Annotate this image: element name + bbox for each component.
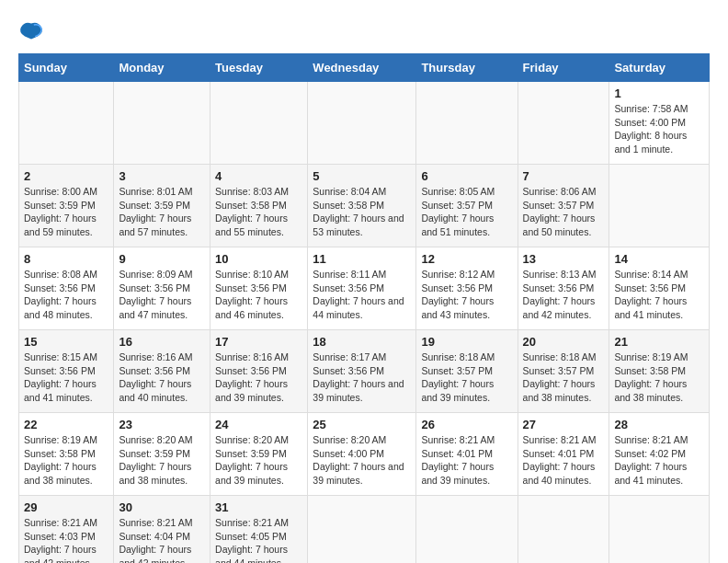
day-info: Sunrise: 8:10 AMSunset: 3:56 PMDaylight:…: [215, 268, 302, 322]
weekday-header-wednesday: Wednesday: [308, 54, 416, 82]
day-number: 9: [119, 252, 205, 266]
weekday-header-sunday: Sunday: [19, 54, 114, 82]
day-number: 2: [24, 169, 108, 183]
day-number: 31: [215, 500, 302, 514]
calendar-cell: 8Sunrise: 8:08 AMSunset: 3:56 PMDaylight…: [19, 247, 114, 330]
calendar-cell: [114, 82, 210, 165]
calendar-cell: 25Sunrise: 8:20 AMSunset: 4:00 PMDayligh…: [308, 413, 416, 496]
calendar-cell: [518, 82, 609, 165]
day-info: Sunrise: 8:21 AMSunset: 4:01 PMDaylight:…: [421, 433, 512, 488]
day-number: 22: [24, 418, 108, 431]
calendar-cell: [19, 82, 114, 165]
day-number: 5: [313, 169, 411, 183]
day-number: 25: [313, 418, 411, 431]
day-info: Sunrise: 8:15 AMSunset: 3:56 PMDaylight:…: [24, 350, 108, 405]
calendar-cell: [518, 496, 609, 564]
calendar-cell: [416, 496, 518, 564]
calendar-table: SundayMondayTuesdayWednesdayThursdayFrid…: [18, 53, 710, 563]
day-info: Sunrise: 8:21 AMSunset: 4:01 PMDaylight:…: [523, 433, 605, 488]
day-number: 4: [215, 169, 302, 183]
weekday-header-saturday: Saturday: [609, 54, 710, 82]
calendar-cell: 1Sunrise: 7:58 AMSunset: 4:00 PMDaylight…: [609, 82, 710, 165]
calendar-cell: 26Sunrise: 8:21 AMSunset: 4:01 PMDayligh…: [416, 413, 518, 496]
day-info: Sunrise: 8:20 AMSunset: 3:59 PMDaylight:…: [119, 433, 205, 488]
calendar-cell: 23Sunrise: 8:20 AMSunset: 3:59 PMDayligh…: [114, 413, 210, 496]
day-info: Sunrise: 7:58 AMSunset: 4:00 PMDaylight:…: [614, 102, 704, 156]
calendar-cell: 12Sunrise: 8:12 AMSunset: 3:56 PMDayligh…: [416, 247, 518, 330]
day-number: 8: [24, 252, 108, 266]
calendar-cell: 21Sunrise: 8:19 AMSunset: 3:58 PMDayligh…: [609, 330, 710, 413]
day-number: 11: [313, 252, 411, 266]
calendar-body: 1Sunrise: 7:58 AMSunset: 4:00 PMDaylight…: [19, 82, 710, 564]
day-number: 17: [215, 335, 302, 349]
day-info: Sunrise: 8:08 AMSunset: 3:56 PMDaylight:…: [24, 268, 108, 322]
calendar-cell: 16Sunrise: 8:16 AMSunset: 3:56 PMDayligh…: [114, 330, 210, 413]
calendar-week-1: 1Sunrise: 7:58 AMSunset: 4:00 PMDaylight…: [19, 82, 710, 165]
calendar-cell: 5Sunrise: 8:04 AMSunset: 3:58 PMDaylight…: [308, 165, 416, 247]
day-number: 6: [421, 169, 512, 183]
calendar-cell: 18Sunrise: 8:17 AMSunset: 3:56 PMDayligh…: [308, 330, 416, 413]
day-info: Sunrise: 8:05 AMSunset: 3:57 PMDaylight:…: [421, 185, 512, 239]
page-header: [18, 18, 710, 44]
day-info: Sunrise: 8:03 AMSunset: 3:58 PMDaylight:…: [215, 185, 302, 239]
day-info: Sunrise: 8:21 AMSunset: 4:02 PMDaylight:…: [614, 433, 704, 488]
calendar-week-2: 2Sunrise: 8:00 AMSunset: 3:59 PMDaylight…: [19, 165, 710, 247]
day-info: Sunrise: 8:12 AMSunset: 3:56 PMDaylight:…: [421, 268, 512, 322]
calendar-cell: 11Sunrise: 8:11 AMSunset: 3:56 PMDayligh…: [308, 247, 416, 330]
day-info: Sunrise: 8:18 AMSunset: 3:57 PMDaylight:…: [421, 350, 512, 405]
day-info: Sunrise: 8:00 AMSunset: 3:59 PMDaylight:…: [24, 185, 108, 239]
day-info: Sunrise: 8:11 AMSunset: 3:56 PMDaylight:…: [313, 268, 411, 322]
calendar-cell: [609, 496, 710, 564]
day-info: Sunrise: 8:20 AMSunset: 3:59 PMDaylight:…: [215, 433, 302, 488]
day-number: 16: [119, 335, 205, 349]
day-info: Sunrise: 8:16 AMSunset: 3:56 PMDaylight:…: [215, 350, 302, 405]
day-info: Sunrise: 8:19 AMSunset: 3:58 PMDaylight:…: [24, 433, 108, 488]
calendar-cell: 20Sunrise: 8:18 AMSunset: 3:57 PMDayligh…: [518, 330, 609, 413]
day-number: 15: [24, 335, 108, 349]
calendar-cell: 19Sunrise: 8:18 AMSunset: 3:57 PMDayligh…: [416, 330, 518, 413]
day-number: 23: [119, 418, 205, 431]
day-number: 18: [313, 335, 411, 349]
calendar-week-5: 22Sunrise: 8:19 AMSunset: 3:58 PMDayligh…: [19, 413, 710, 496]
calendar-header: SundayMondayTuesdayWednesdayThursdayFrid…: [19, 54, 710, 82]
day-info: Sunrise: 8:18 AMSunset: 3:57 PMDaylight:…: [523, 350, 605, 405]
day-info: Sunrise: 8:19 AMSunset: 3:58 PMDaylight:…: [614, 350, 704, 405]
weekday-header-thursday: Thursday: [416, 54, 518, 82]
day-number: 14: [614, 252, 704, 266]
calendar-cell: [308, 496, 416, 564]
calendar-week-6: 29Sunrise: 8:21 AMSunset: 4:03 PMDayligh…: [19, 496, 710, 564]
day-number: 20: [523, 335, 605, 349]
day-info: Sunrise: 8:06 AMSunset: 3:57 PMDaylight:…: [523, 185, 605, 239]
day-number: 28: [614, 418, 704, 431]
day-info: Sunrise: 8:20 AMSunset: 4:00 PMDaylight:…: [313, 433, 411, 488]
day-info: Sunrise: 8:13 AMSunset: 3:56 PMDaylight:…: [523, 268, 605, 322]
calendar-cell: 30Sunrise: 8:21 AMSunset: 4:04 PMDayligh…: [114, 496, 210, 564]
calendar-cell: [308, 82, 416, 165]
calendar-cell: 7Sunrise: 8:06 AMSunset: 3:57 PMDaylight…: [518, 165, 609, 247]
day-number: 12: [421, 252, 512, 266]
calendar-week-3: 8Sunrise: 8:08 AMSunset: 3:56 PMDaylight…: [19, 247, 710, 330]
day-info: Sunrise: 8:17 AMSunset: 3:56 PMDaylight:…: [313, 350, 411, 405]
calendar-cell: 3Sunrise: 8:01 AMSunset: 3:59 PMDaylight…: [114, 165, 210, 247]
day-info: Sunrise: 8:09 AMSunset: 3:56 PMDaylight:…: [119, 268, 205, 322]
day-info: Sunrise: 8:21 AMSunset: 4:03 PMDaylight:…: [24, 516, 108, 563]
day-info: Sunrise: 8:01 AMSunset: 3:59 PMDaylight:…: [119, 185, 205, 239]
weekday-header-row: SundayMondayTuesdayWednesdayThursdayFrid…: [19, 54, 710, 82]
day-number: 19: [421, 335, 512, 349]
calendar-cell: 13Sunrise: 8:13 AMSunset: 3:56 PMDayligh…: [518, 247, 609, 330]
logo-icon: [18, 18, 44, 44]
calendar-week-4: 15Sunrise: 8:15 AMSunset: 3:56 PMDayligh…: [19, 330, 710, 413]
day-number: 29: [24, 500, 108, 514]
day-number: 21: [614, 335, 704, 349]
calendar-cell: 6Sunrise: 8:05 AMSunset: 3:57 PMDaylight…: [416, 165, 518, 247]
weekday-header-tuesday: Tuesday: [210, 54, 308, 82]
calendar-cell: 17Sunrise: 8:16 AMSunset: 3:56 PMDayligh…: [210, 330, 308, 413]
calendar-cell: 22Sunrise: 8:19 AMSunset: 3:58 PMDayligh…: [19, 413, 114, 496]
calendar-cell: 29Sunrise: 8:21 AMSunset: 4:03 PMDayligh…: [19, 496, 114, 564]
day-number: 7: [523, 169, 605, 183]
weekday-header-monday: Monday: [114, 54, 210, 82]
calendar-cell: 24Sunrise: 8:20 AMSunset: 3:59 PMDayligh…: [210, 413, 308, 496]
calendar-cell: 9Sunrise: 8:09 AMSunset: 3:56 PMDaylight…: [114, 247, 210, 330]
calendar-cell: 10Sunrise: 8:10 AMSunset: 3:56 PMDayligh…: [210, 247, 308, 330]
day-info: Sunrise: 8:21 AMSunset: 4:05 PMDaylight:…: [215, 516, 302, 563]
